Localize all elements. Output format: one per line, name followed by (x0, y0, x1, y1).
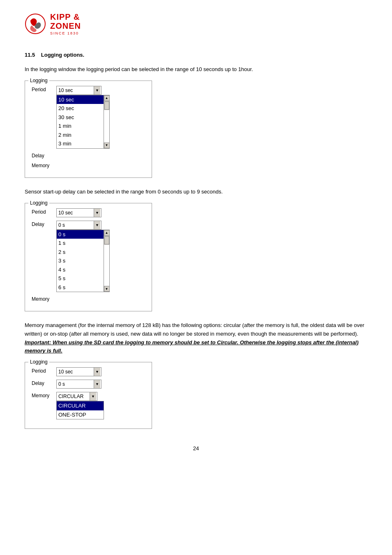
panel2-scrollbar-thumb (104, 236, 109, 244)
panel1-period-label: Period (32, 86, 56, 92)
panel1-period-row: Period 10 sec ▼ 10 sec 20 sec 30 sec 1 m… (32, 86, 145, 149)
section-number: 11.5 (25, 52, 35, 58)
paragraph3-bold: Important: When using the SD card the lo… (25, 339, 359, 354)
panel2-period-control: 10 sec ▼ (56, 208, 145, 217)
panel1-period-open-list: 10 sec 20 sec 30 sec 1 min 2 min 3 min ▲… (56, 95, 110, 149)
panel3-delay-arrow[interactable]: ▼ (94, 380, 100, 388)
panel3-period-arrow[interactable]: ▼ (94, 368, 100, 376)
logo-since: SINCE 1830 (50, 31, 81, 35)
logo-area: KIPP & ZONEN SINCE 1830 (25, 12, 367, 35)
panel1-period-value: 10 sec (58, 88, 94, 93)
panel2-option-1s[interactable]: 1 s (57, 239, 104, 248)
panel2-memory-row: Memory (32, 295, 145, 302)
panel1-option-1min[interactable]: 1 min (57, 122, 104, 131)
panel3-delay-value: 0 s (58, 381, 94, 387)
section-title: Logging options. (41, 52, 84, 58)
panel1-memory-row: Memory (32, 162, 145, 168)
panel1-option-20sec[interactable]: 20 sec (57, 104, 104, 113)
panel3-title: Logging (28, 359, 49, 365)
panel2-scrollbar-down[interactable]: ▼ (104, 286, 110, 292)
page-number: 24 (25, 445, 367, 451)
logging-panel-2: Logging Period 10 sec ▼ Delay 0 s ▼ 0 s … (25, 203, 152, 312)
panel2-option-6s[interactable]: 6 s (57, 283, 104, 292)
panel2-delay-label: Delay (32, 221, 56, 227)
panel2-period-label: Period (32, 208, 56, 215)
logo-kipp: KIPP & (50, 12, 81, 21)
panel1-scrollbar-up[interactable]: ▲ (104, 95, 110, 101)
panel2-option-4s[interactable]: 4 s (57, 265, 104, 274)
panel1-delay-label: Delay (32, 152, 56, 159)
panel3-period-control: 10 sec ▼ (56, 367, 145, 376)
panel3-memory-list-area: CIRCULAR ONE-STOP (56, 401, 104, 419)
panel2-option-0s[interactable]: 0 s (57, 230, 104, 239)
panel1-memory-label: Memory (32, 162, 56, 168)
panel2-period-arrow[interactable]: ▼ (94, 209, 100, 217)
panel3-memory-value: CIRCULAR (58, 394, 90, 399)
panel1-option-10sec[interactable]: 10 sec (57, 95, 104, 104)
panel3-period-dropdown[interactable]: 10 sec ▼ (56, 367, 101, 376)
panel2-scrollbar-up[interactable]: ▲ (104, 230, 110, 236)
panel1-option-2min[interactable]: 2 min (57, 131, 104, 140)
panel1-delay-row: Delay (32, 152, 145, 159)
panel3-period-row: Period 10 sec ▼ (32, 367, 145, 376)
section-heading: 11.5 Logging options. (25, 52, 84, 58)
paragraph2: Sensor start-up delay can be selected in… (25, 188, 367, 196)
panel3-memory-arrow[interactable]: ▼ (90, 392, 96, 401)
panel3-period-value: 10 sec (58, 369, 94, 375)
panel2-delay-arrow[interactable]: ▼ (94, 221, 100, 229)
panel3-memory-row: Memory CIRCULAR ▼ CIRCULAR ONE-STOP (32, 392, 145, 419)
panel2-period-dropdown[interactable]: 10 sec ▼ (56, 208, 101, 217)
logo-text: KIPP & ZONEN SINCE 1830 (50, 12, 81, 35)
panel3-memory-label: Memory (32, 392, 56, 398)
logging-panel-3: Logging Period 10 sec ▼ Delay 0 s ▼ Memo… (25, 362, 152, 429)
panel2-delay-open-list: 0 s 1 s 2 s 3 s 4 s 5 s 6 s ▲ ▼ (56, 230, 110, 292)
panel1-period-arrow[interactable]: ▼ (94, 86, 100, 94)
panel2-delay-value: 0 s (58, 222, 94, 228)
panel1-period-control: 10 sec ▼ 10 sec 20 sec 30 sec 1 min 2 mi… (56, 86, 145, 149)
panel1-scrollbar-down[interactable]: ▼ (104, 143, 110, 148)
logging-panel-1: Logging Period 10 sec ▼ 10 sec 20 sec 30… (25, 81, 152, 178)
panel1-period-dropdown[interactable]: 10 sec ▼ (56, 86, 101, 95)
panel1-option-30sec[interactable]: 30 sec (57, 113, 104, 122)
panel1-scrollbar-thumb (104, 101, 109, 110)
panel1-option-3min[interactable]: 3 min (57, 139, 104, 148)
panel1-period-scrollbar: ▲ ▼ (104, 95, 110, 149)
panel3-option-onestop[interactable]: ONE-STOP (57, 410, 104, 419)
logo-icon (25, 13, 46, 35)
panel2-delay-dropdown[interactable]: 0 s ▼ (56, 221, 101, 230)
panel3-delay-label: Delay (32, 380, 56, 386)
panel2-delay-row: Delay 0 s ▼ 0 s 1 s 2 s 3 s 4 s 5 s 6 s … (32, 221, 145, 292)
panel2-title: Logging (28, 200, 49, 206)
panel3-memory-open-list: CIRCULAR ONE-STOP (56, 401, 104, 419)
panel2-period-value: 10 sec (58, 210, 94, 216)
panel1-title: Logging (28, 78, 49, 83)
panel2-option-5s[interactable]: 5 s (57, 274, 104, 283)
paragraph3-part1: Memory management (for the internal memo… (25, 322, 364, 337)
panel3-delay-dropdown[interactable]: 0 s ▼ (56, 380, 101, 389)
panel1-scrollbar-track (104, 110, 109, 143)
panel2-delay-control: 0 s ▼ 0 s 1 s 2 s 3 s 4 s 5 s 6 s ▲ (56, 221, 145, 292)
paragraph3: Memory management (for the internal memo… (25, 321, 367, 355)
panel3-delay-row: Delay 0 s ▼ (32, 380, 145, 389)
panel3-option-circular[interactable]: CIRCULAR (57, 401, 104, 410)
panel2-delay-scrollbar: ▲ ▼ (104, 230, 110, 292)
paragraph1: In the logging window the logging period… (25, 65, 367, 74)
panel1-period-list-area: 10 sec 20 sec 30 sec 1 min 2 min 3 min (56, 95, 104, 149)
panel2-memory-label: Memory (32, 295, 56, 302)
panel2-delay-list-area: 0 s 1 s 2 s 3 s 4 s 5 s 6 s (56, 230, 104, 292)
panel3-delay-control: 0 s ▼ (56, 380, 145, 389)
panel2-scrollbar-track (104, 245, 109, 286)
panel3-period-label: Period (32, 367, 56, 374)
panel2-period-row: Period 10 sec ▼ (32, 208, 145, 217)
panel2-option-2s[interactable]: 2 s (57, 248, 104, 257)
panel3-memory-dropdown[interactable]: CIRCULAR ▼ (56, 392, 97, 401)
logo-zonen: ZONEN (50, 21, 81, 30)
panel3-memory-control: CIRCULAR ▼ CIRCULAR ONE-STOP (56, 392, 145, 419)
panel2-option-3s[interactable]: 3 s (57, 256, 104, 265)
